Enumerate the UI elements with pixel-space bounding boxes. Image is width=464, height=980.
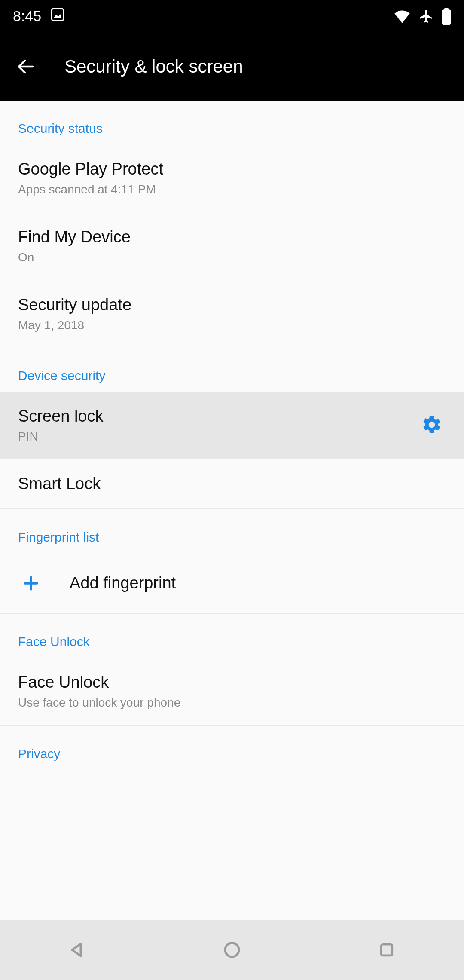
svg-rect-2 — [442, 9, 451, 24]
item-subtitle: On — [18, 251, 446, 264]
item-title: Face Unlock — [18, 673, 446, 692]
item-screen-lock[interactable]: Screen lock PIN — [0, 392, 464, 459]
image-icon — [50, 7, 65, 26]
airplane-icon — [418, 9, 434, 24]
item-title: Find My Device — [18, 228, 446, 246]
status-bar: 8:45 — [0, 0, 464, 32]
page-title: Security & lock screen — [64, 56, 243, 77]
battery-icon — [442, 8, 451, 24]
svg-marker-1 — [54, 14, 61, 18]
item-smart-lock[interactable]: Smart Lock — [0, 459, 464, 508]
nav-recent-button[interactable] — [352, 933, 421, 967]
item-title: Screen lock — [18, 407, 446, 426]
content-scroll[interactable]: Security status Google Play Protect Apps… — [0, 101, 464, 920]
section-header-fingerprint: Fingerprint list — [0, 509, 464, 553]
svg-rect-0 — [52, 9, 64, 20]
svg-marker-7 — [72, 944, 81, 956]
screen-lock-settings-button[interactable] — [421, 414, 443, 437]
navigation-bar — [0, 920, 464, 980]
status-time: 8:45 — [13, 8, 41, 24]
section-header-privacy: Privacy — [0, 726, 464, 761]
item-title: Smart Lock — [18, 475, 446, 493]
svg-point-8 — [225, 943, 239, 957]
item-title: Security update — [18, 296, 446, 314]
nav-back-button[interactable] — [43, 933, 112, 967]
item-face-unlock[interactable]: Face Unlock Use face to unlock your phon… — [0, 658, 464, 725]
plus-icon — [18, 574, 44, 592]
nav-home-button[interactable] — [198, 933, 266, 967]
item-title: Google Play Protect — [18, 160, 446, 178]
section-header-device-security: Device security — [0, 348, 464, 392]
svg-rect-9 — [381, 944, 392, 956]
item-add-fingerprint[interactable]: Add fingerprint — [0, 553, 464, 613]
back-button[interactable] — [13, 54, 39, 80]
item-subtitle: PIN — [18, 430, 446, 444]
item-subtitle: Apps scanned at 4:11 PM — [18, 183, 446, 196]
section-header-security-status: Security status — [0, 101, 464, 144]
wifi-icon — [394, 9, 411, 23]
item-find-my-device[interactable]: Find My Device On — [0, 212, 464, 280]
item-subtitle: Use face to unlock your phone — [18, 696, 446, 710]
item-security-update[interactable]: Security update May 1, 2018 — [0, 280, 464, 348]
item-subtitle: May 1, 2018 — [18, 318, 446, 332]
gear-icon — [421, 429, 443, 437]
app-bar: Security & lock screen — [0, 32, 464, 101]
section-header-face-unlock: Face Unlock — [0, 614, 464, 658]
item-google-play-protect[interactable]: Google Play Protect Apps scanned at 4:11… — [0, 144, 464, 212]
svg-rect-3 — [444, 8, 449, 10]
item-title: Add fingerprint — [70, 574, 176, 592]
